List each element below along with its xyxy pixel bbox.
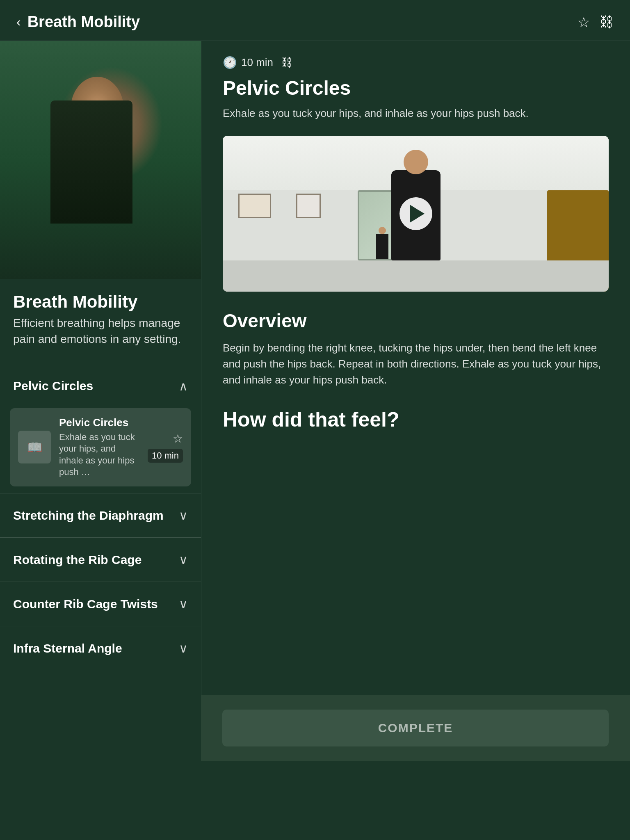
exercise-card-title: Pelvic Circles xyxy=(59,416,139,429)
chevron-up-icon: ∧ xyxy=(179,379,188,393)
section-rotating-rib-cage[interactable]: Rotating the Rib Cage ∨ xyxy=(0,537,201,582)
exercise-card-pelvic-circles[interactable]: 📖 Pelvic Circles Exhale as you tuck your… xyxy=(10,408,191,486)
clock-icon: 🕐 xyxy=(223,56,237,69)
exercise-card-desc: Exhale as you tuck your hips, and inhale… xyxy=(59,431,139,478)
overview-text: Begin by bending the right knee, tucking… xyxy=(223,340,609,388)
back-button[interactable]: ‹ xyxy=(16,14,21,30)
header-actions: ☆ ⛓ xyxy=(578,14,614,30)
section-stretching-diaphragm[interactable]: Stretching the Diaphragm ∨ xyxy=(0,493,201,537)
link-icon[interactable]: ⛓ xyxy=(600,14,614,30)
complete-button[interactable]: COMPLETE xyxy=(222,710,609,746)
chevron-down-icon-2: ∨ xyxy=(179,552,188,567)
duration-meta: 🕐 10 min xyxy=(223,56,273,69)
exercise-thumb: 📖 xyxy=(18,431,51,463)
section-infra-sternal-angle[interactable]: Infra Sternal Angle ∨ xyxy=(0,626,201,670)
exercise-card-right: ☆ 10 min xyxy=(148,432,183,463)
exercise-card-content: Pelvic Circles Exhale as you tuck your h… xyxy=(59,416,139,478)
hero-image xyxy=(0,41,201,279)
main-layout: Breath Mobility Efficient breathing help… xyxy=(0,41,630,695)
chevron-down-icon-3: ∨ xyxy=(179,597,188,611)
app-header: ‹ Breath Mobility ☆ ⛓ xyxy=(0,0,630,41)
complete-section: COMPLETE xyxy=(201,695,630,761)
section-infra-sternal-angle-title: Infra Sternal Angle xyxy=(13,641,122,655)
section-pelvic-circles-title: Pelvic Circles xyxy=(13,379,93,393)
play-triangle-icon xyxy=(410,205,425,223)
right-column: 🕐 10 min ⛓ Pelvic Circles Exhale as you … xyxy=(201,41,630,695)
exercise-thumb-icon: 📖 xyxy=(27,440,42,454)
exercise-detail-description: Exhale as you tuck your hips, and inhale… xyxy=(223,106,609,121)
section-counter-rib-cage-twists[interactable]: Counter Rib Cage Twists ∨ xyxy=(0,582,201,626)
play-button[interactable] xyxy=(399,197,432,230)
section-pelvic-circles[interactable]: Pelvic Circles ∧ xyxy=(0,364,201,408)
video-floor xyxy=(223,260,609,292)
footer-area: COMPLETE xyxy=(0,695,630,761)
overview-title: Overview xyxy=(223,310,609,332)
detail-meta: 🕐 10 min ⛓ xyxy=(223,56,609,69)
header-left: ‹ Breath Mobility xyxy=(16,13,140,31)
chevron-down-icon-4: ∨ xyxy=(179,641,188,655)
duration-badge: 10 min xyxy=(148,449,183,463)
video-frame2 xyxy=(296,194,321,218)
bookmark-icon[interactable]: ☆ xyxy=(578,14,590,30)
left-column: Breath Mobility Efficient breathing help… xyxy=(0,41,201,695)
link-meta-icon[interactable]: ⛓ xyxy=(281,56,293,69)
hero-person-visual xyxy=(0,41,201,279)
section-stretching-diaphragm-title: Stretching the Diaphragm xyxy=(13,509,164,523)
chevron-down-icon-1: ∨ xyxy=(179,508,188,523)
video-thumbnail[interactable] xyxy=(223,136,609,292)
how-feel-title: How did that feel? xyxy=(223,408,609,431)
duration-text: 10 min xyxy=(241,56,273,69)
program-title: Breath Mobility xyxy=(0,279,201,315)
section-rotating-rib-cage-title: Rotating the Rib Cage xyxy=(13,553,142,567)
footer-left-spacer xyxy=(0,695,201,761)
section-counter-rib-cage-twists-title: Counter Rib Cage Twists xyxy=(13,597,158,611)
video-frame1 xyxy=(238,194,271,218)
header-title: Breath Mobility xyxy=(27,13,140,31)
program-subtitle: Efficient breathing helps manage pain an… xyxy=(0,315,201,363)
mirror-reflection xyxy=(376,234,388,259)
exercise-detail-title: Pelvic Circles xyxy=(223,78,609,99)
star-icon[interactable]: ☆ xyxy=(173,432,183,445)
